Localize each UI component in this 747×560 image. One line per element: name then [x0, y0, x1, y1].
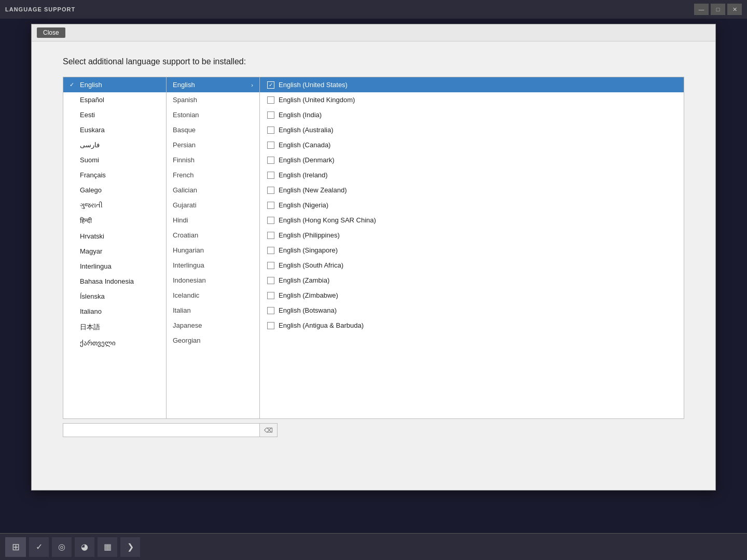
- list-item[interactable]: English (Denmark): [260, 152, 684, 167]
- checkbox-icon[interactable]: [267, 322, 274, 329]
- list-item[interactable]: Japanese: [167, 318, 259, 333]
- taskbar-icon-2[interactable]: ◎: [52, 537, 72, 557]
- native-name: Italiano: [80, 307, 102, 315]
- list-item[interactable]: ✓ English (United States): [260, 77, 684, 92]
- list-item[interactable]: Español: [63, 92, 166, 107]
- list-item[interactable]: Finnish: [167, 152, 259, 167]
- list-item[interactable]: English (Philippines): [260, 228, 684, 243]
- checkbox-icon[interactable]: ✓: [267, 81, 274, 89]
- native-name: 日本語: [80, 323, 100, 332]
- locale-variant-list[interactable]: ✓ English (United States) English (Unite…: [260, 77, 684, 419]
- list-item[interactable]: Hungarian: [167, 243, 259, 258]
- checkbox-icon[interactable]: [267, 217, 274, 224]
- list-item[interactable]: Interlingua: [167, 258, 259, 273]
- list-item[interactable]: English (Nigeria): [260, 198, 684, 213]
- list-item[interactable]: English (Botswana): [260, 303, 684, 318]
- list-item[interactable]: Estonian: [167, 107, 259, 122]
- taskbar-icon-1[interactable]: ✓: [29, 537, 49, 557]
- checkbox-icon[interactable]: [267, 277, 274, 284]
- checkbox-icon[interactable]: [267, 142, 274, 149]
- native-name: Bahasa Indonesia: [80, 277, 134, 285]
- list-item[interactable]: English (Singapore): [260, 243, 684, 258]
- close-button[interactable]: Close: [37, 27, 65, 38]
- taskbar-icon-5[interactable]: ❯: [120, 537, 140, 557]
- checkbox-icon[interactable]: [267, 111, 274, 119]
- checkbox-icon[interactable]: [267, 157, 274, 164]
- locale-name: English (Singapore): [279, 246, 338, 254]
- list-item[interactable]: Français: [63, 167, 166, 183]
- list-item[interactable]: English (Zambia): [260, 273, 684, 288]
- close-window-button[interactable]: ✕: [727, 4, 742, 15]
- list-item[interactable]: Persian: [167, 137, 259, 152]
- list-item[interactable]: Gujarati: [167, 198, 259, 213]
- list-item[interactable]: Croatian: [167, 228, 259, 243]
- checkbox-icon[interactable]: [267, 292, 274, 299]
- native-name: ગુજરાતી: [80, 201, 103, 209]
- list-item[interactable]: English (Antigua & Barbuda): [260, 318, 684, 333]
- checkbox-icon[interactable]: [267, 232, 274, 239]
- list-item[interactable]: English (New Zealand): [260, 183, 684, 198]
- list-item[interactable]: Spanish: [167, 92, 259, 107]
- list-item[interactable]: English (United Kingdom): [260, 92, 684, 107]
- list-item[interactable]: Suomi: [63, 152, 166, 167]
- locale-name: English (Zimbabwe): [279, 291, 338, 299]
- list-item[interactable]: ქართველი: [63, 335, 166, 351]
- native-language-list[interactable]: ✓ English Español Eesti Euskara فا: [63, 77, 167, 419]
- checkbox-icon[interactable]: [267, 262, 274, 269]
- list-item[interactable]: Italian: [167, 303, 259, 318]
- taskbar-icon-3[interactable]: ◕: [75, 537, 94, 557]
- list-item[interactable]: English (Canada): [260, 137, 684, 152]
- checkbox-icon[interactable]: [267, 172, 274, 179]
- checkbox-icon[interactable]: [267, 127, 274, 134]
- checkbox-icon[interactable]: [267, 187, 274, 194]
- list-item[interactable]: French: [167, 167, 259, 183]
- window-controls[interactable]: — □ ✕: [694, 4, 742, 15]
- list-item[interactable]: English ›: [167, 77, 259, 92]
- list-item[interactable]: ગુજરાતી: [63, 198, 166, 213]
- list-item[interactable]: Italiano: [63, 304, 166, 319]
- list-item[interactable]: ✓ English: [63, 77, 166, 92]
- locale-name: English (Ireland): [279, 171, 328, 179]
- list-item[interactable]: English (India): [260, 107, 684, 122]
- list-item[interactable]: Bahasa Indonesia: [63, 274, 166, 289]
- list-item[interactable]: Eesti: [63, 107, 166, 122]
- list-item[interactable]: English (Ireland): [260, 167, 684, 183]
- search-input[interactable]: [63, 423, 260, 437]
- list-item[interactable]: 日本語: [63, 319, 166, 335]
- search-clear-button[interactable]: ⌫: [260, 423, 278, 437]
- list-item[interactable]: Icelandic: [167, 288, 259, 303]
- list-item[interactable]: Hindi: [167, 213, 259, 228]
- list-item[interactable]: English (Hong Kong SAR China): [260, 213, 684, 228]
- minimize-button[interactable]: —: [694, 4, 709, 15]
- list-item[interactable]: Galician: [167, 183, 259, 198]
- checkbox-icon[interactable]: [267, 307, 274, 314]
- list-item[interactable]: English (South Africa): [260, 258, 684, 273]
- list-item[interactable]: Magyar: [63, 244, 166, 259]
- maximize-button[interactable]: □: [711, 4, 725, 15]
- list-item[interactable]: Indonesian: [167, 273, 259, 288]
- checkbox-icon[interactable]: [267, 247, 274, 254]
- taskbar-icon-4[interactable]: ▦: [98, 537, 117, 557]
- list-item[interactable]: Basque: [167, 122, 259, 137]
- list-item[interactable]: हिन्दी: [63, 213, 166, 229]
- list-item[interactable]: Íslenska: [63, 289, 166, 304]
- checkbox-icon[interactable]: [267, 202, 274, 209]
- translation-name: Basque: [173, 126, 196, 134]
- translation-name: Japanese: [173, 321, 202, 329]
- list-item[interactable]: English (Zimbabwe): [260, 288, 684, 303]
- list-item[interactable]: English (Australia): [260, 122, 684, 137]
- window-content: Select additional language support to be…: [32, 41, 715, 453]
- list-item[interactable]: Interlingua: [63, 259, 166, 274]
- list-item[interactable]: Hrvatski: [63, 229, 166, 244]
- list-item[interactable]: Georgian: [167, 333, 259, 348]
- native-name: हिन्दी: [80, 217, 92, 225]
- start-button[interactable]: ⊞: [5, 537, 26, 557]
- list-item[interactable]: Galego: [63, 183, 166, 198]
- checkbox-icon[interactable]: [267, 96, 274, 104]
- locale-name: English (Denmark): [279, 156, 335, 164]
- native-name: ქართველი: [80, 339, 116, 347]
- arrow-icon: ›: [251, 82, 253, 88]
- list-item[interactable]: فارسی: [63, 137, 166, 152]
- list-item[interactable]: Euskara: [63, 122, 166, 137]
- translated-language-list[interactable]: English › Spanish Estonian Basque Persia…: [167, 77, 260, 419]
